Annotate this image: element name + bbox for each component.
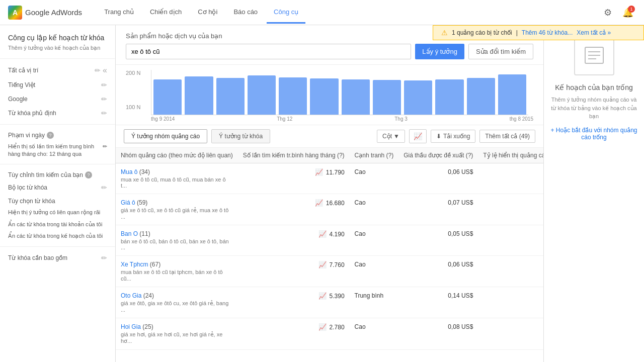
- nav-co-hoi[interactable]: Cơ hội: [191, 2, 224, 24]
- nav-cong-cu[interactable]: Công cụ: [267, 2, 305, 24]
- download-icon: ⬇: [436, 133, 441, 140]
- modify-search-button[interactable]: Sửa đổi tìm kiếm: [468, 44, 533, 59]
- notifications-button[interactable]: 🔔 1: [620, 5, 636, 21]
- negative-kw-label: Từ khóa phủ định: [8, 110, 56, 117]
- language-label: Tiếng Việt: [8, 81, 35, 88]
- nav-trang-chu[interactable]: Trang chủ: [97, 2, 141, 24]
- cell-searches-1: 📈16.680: [238, 194, 350, 225]
- table-row: Hoi Gia (25) giá xe hơi, giá xe hơi cũ, …: [116, 318, 543, 350]
- table-row: Giá ô (59) giá xe ô tô cũ, xe ô tô cũ gi…: [116, 194, 543, 225]
- cell-searches-3: 📈7.760: [238, 256, 350, 287]
- chart-bar-7: [373, 80, 401, 115]
- row-desc-2: bán xe ô tô cũ, bán ô tô cũ, bán xe ô tô…: [121, 238, 233, 250]
- cell-searches-0: 📈11.790: [238, 163, 350, 194]
- table-row: Mua ô (34) mua xe ô tô cũ, mua ô tô cũ, …: [116, 163, 543, 194]
- row-count-2: (11): [139, 230, 150, 237]
- cell-bid-1: 0,07 US$: [398, 194, 478, 225]
- trend-icon-5[interactable]: 📈: [318, 323, 327, 331]
- main-content: Sản phẩm hoặc dịch vụ của bạn Lấy ý tưởn…: [116, 25, 543, 362]
- location-edit-icon[interactable]: ✏: [95, 66, 101, 74]
- trend-icon-4[interactable]: 📈: [318, 292, 327, 300]
- row-count-0: (34): [139, 168, 150, 175]
- search-row: Lấy ý tưởng Sửa đổi tìm kiếm: [126, 44, 533, 59]
- sidebar-settings-section: Tất cả vị trí ✏ « Tiếng Việt ✏ Google ✏ …: [0, 58, 115, 124]
- row-count-1: (59): [137, 199, 147, 206]
- filter-edit-icon[interactable]: ✏: [101, 184, 107, 192]
- trend-icon-2[interactable]: 📈: [318, 230, 327, 238]
- trend-icon-1[interactable]: 📈: [315, 199, 323, 207]
- tab-keyword-ideas[interactable]: Ý tưởng từ khóa: [211, 129, 270, 143]
- cell-name-0: Mua ô (34) mua xe ô tô cũ, mua ô tô cũ, …: [116, 163, 238, 194]
- plan-start-link[interactable]: + Hoặc bắt đầu với nhóm quảng cáo trống: [549, 127, 639, 141]
- sidebar-location[interactable]: Tất cả vị trí ✏ «: [0, 63, 115, 78]
- trend-icon-3[interactable]: 📈: [318, 261, 327, 268]
- cell-bid-0: 0,06 US$: [398, 163, 478, 194]
- cell-impression-3: [478, 256, 543, 287]
- location-label: Tất cả vị trí: [8, 67, 38, 74]
- sidebar-filter[interactable]: Bộ lọc từ khóa ✏: [0, 180, 115, 195]
- nav-right: ⚙ 🔔 1: [600, 5, 636, 21]
- toolbar-right: Cột ▼ 📈 ⬇ Tải xuống Thêm tất cả (49): [377, 129, 535, 143]
- network-edit-icon[interactable]: ✏: [101, 95, 107, 103]
- chart-bar-10: [467, 78, 495, 115]
- include-edit-icon[interactable]: ✏: [101, 254, 107, 262]
- date-edit-icon[interactable]: ✏: [103, 143, 107, 150]
- x-label-3: thg 8 2015: [510, 116, 533, 122]
- row-name-3[interactable]: Xe Tphcm (67): [121, 261, 233, 268]
- cell-impression-1: [478, 194, 543, 225]
- cell-searches-2: 📈4.190: [238, 225, 350, 256]
- plan-desc: Thêm ý tưởng nhóm quảng cáo và từ khóa t…: [549, 96, 639, 121]
- chart-view-button[interactable]: 📈: [409, 129, 427, 143]
- chart-bars: [151, 70, 528, 115]
- cell-competition-3: Cao: [350, 256, 399, 287]
- sidebar-customize-section: Tùy chỉnh tìm kiếm của bạn ? Bộ lọc từ k…: [0, 164, 115, 246]
- download-button[interactable]: ⬇ Tải xuống: [431, 130, 475, 143]
- cell-name-3: Xe Tphcm (67) mua bán xe ô tô cũ tại tph…: [116, 256, 238, 287]
- main-nav: Trang chủ Chiến dịch Cơ hội Báo cáo Công…: [97, 2, 600, 24]
- row-desc-3: mua bán xe ô tô cũ tại tphcm, bán xe ô t…: [121, 269, 233, 282]
- chart-bar-3: [248, 75, 276, 115]
- cell-name-2: Ban O (11) bán xe ô tô cũ, bán ô tô cũ, …: [116, 225, 238, 256]
- table-toolbar: Ý tưởng nhóm quảng cáo Ý tưởng từ khóa C…: [116, 125, 543, 148]
- cell-bid-5: 0,08 US$: [398, 318, 478, 350]
- row-name-4[interactable]: Oto Gia (24): [121, 292, 233, 299]
- row-name-0[interactable]: Mua ô (34): [121, 168, 233, 175]
- col-competition: Cạnh tranh (?): [350, 148, 399, 163]
- right-panel: Kế hoạch của bạn trống Thêm ý tưởng nhóm…: [543, 25, 644, 362]
- sidebar-language[interactable]: Tiếng Việt ✏: [0, 78, 115, 92]
- add-all-button[interactable]: Thêm tất cả (49): [479, 130, 535, 143]
- trend-icon-0[interactable]: 📈: [315, 168, 323, 176]
- nav-chien-dich[interactable]: Chiến dịch: [143, 2, 189, 24]
- language-edit-icon[interactable]: ✏: [101, 81, 107, 89]
- cell-name-1: Giá ô (59) giá xe ô tô cũ, xe ô tô cũ gi…: [116, 194, 238, 225]
- sidebar-negative-kw[interactable]: Từ khóa phủ định ✏: [0, 106, 115, 120]
- nav-bao-cao[interactable]: Báo cáo: [226, 2, 265, 24]
- row-count-4: (24): [143, 292, 154, 299]
- date-help-icon[interactable]: ?: [47, 132, 54, 139]
- alert-link[interactable]: Thêm 46 từ khóa...: [522, 29, 573, 36]
- notification-badge: 1: [628, 6, 635, 13]
- row-desc-0: mua xe ô tô cũ, mua ô tô cũ, mua bán xe …: [121, 176, 233, 189]
- columns-button[interactable]: Cột ▼: [377, 130, 405, 143]
- row-name-5[interactable]: Hoi Gia (25): [121, 323, 233, 330]
- option3: Ẩn các từ khóa trong kế hoạch của tôi: [0, 230, 115, 242]
- cell-impression-5: [478, 318, 543, 350]
- sidebar-title: Công cụ lập kế hoạch từ khóa: [0, 33, 115, 44]
- settings-button[interactable]: ⚙: [600, 5, 616, 21]
- search-input[interactable]: [126, 44, 411, 59]
- cell-competition-2: Cao: [350, 225, 399, 256]
- sidebar-network[interactable]: Google ✏: [0, 92, 115, 106]
- get-ideas-button[interactable]: Lấy ý tưởng: [415, 44, 464, 59]
- negative-kw-edit-icon[interactable]: ✏: [101, 109, 107, 117]
- sidebar-subtitle: Thêm ý tưởng vào kế hoạch của bạn: [0, 44, 115, 58]
- x-label-1: Thg 12: [277, 116, 292, 122]
- customize-help-icon[interactable]: ?: [85, 171, 92, 178]
- sidebar-collapse-icon[interactable]: «: [103, 66, 107, 75]
- sidebar: Công cụ lập kế hoạch từ khóa Thêm ý tưởn…: [0, 25, 116, 362]
- alert-action[interactable]: Xem tất cả »: [577, 29, 611, 36]
- row-name-1[interactable]: Giá ô (59): [121, 199, 233, 206]
- row-name-2[interactable]: Ban O (11): [121, 230, 233, 237]
- sidebar-include[interactable]: Từ khóa cần bao gồm ✏: [0, 251, 115, 265]
- tab-ad-group-ideas[interactable]: Ý tưởng nhóm quảng cáo: [124, 129, 207, 143]
- col-searches: Số lần tìm kiếm tr.bình hàng tháng (?): [238, 148, 350, 163]
